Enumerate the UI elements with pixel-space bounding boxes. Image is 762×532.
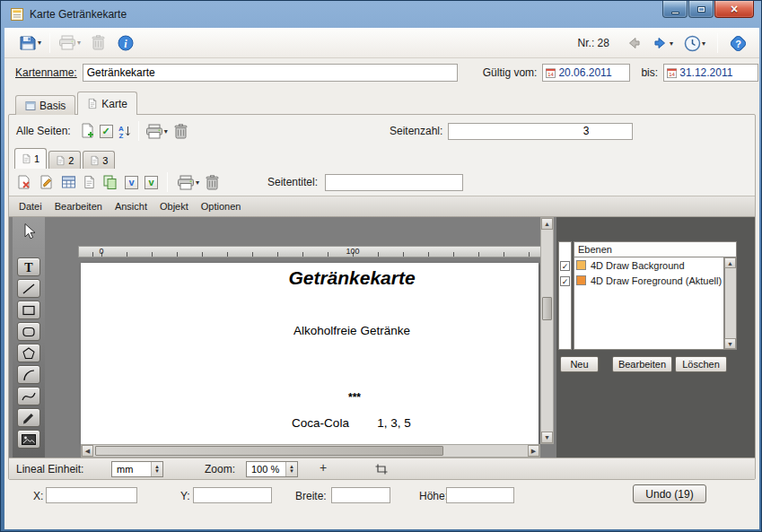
v-page-button-2[interactable]: v — [143, 175, 160, 190]
page-tab-1[interactable]: 1 — [14, 148, 47, 169]
layers-scrollbar[interactable]: ▲ ▼ — [724, 257, 737, 350]
all-pages-toolbar: Alle Seiten: ✓ A Z — [9, 117, 755, 145]
valid-until-input[interactable] — [679, 66, 755, 79]
vertical-scroll-thumb[interactable] — [542, 297, 552, 320]
duplicate-page-button[interactable] — [101, 174, 120, 191]
width-input[interactable] — [331, 487, 390, 503]
arc-tool[interactable] — [17, 365, 40, 384]
menu-ansicht[interactable]: Ansicht — [109, 198, 153, 214]
card-title-text[interactable]: Getränkekarte — [288, 267, 415, 289]
remove-page-button[interactable] — [14, 174, 34, 191]
rounded-rectangle-tool[interactable] — [17, 322, 40, 341]
print-button[interactable]: ▾ — [55, 33, 84, 52]
canvas-vertical-scrollbar[interactable]: ▲ ▼ — [540, 217, 554, 444]
line-tool[interactable] — [17, 279, 40, 298]
window-title: Karte Getränkekarte — [30, 8, 127, 21]
info-button[interactable]: i — [114, 33, 137, 53]
close-button[interactable]: × — [714, 1, 754, 18]
calendar-icon[interactable]: 14 — [667, 67, 677, 79]
menu-bearbeiten[interactable]: Bearbeiten — [48, 198, 109, 214]
record-number-label: Nr.: 28 — [578, 37, 609, 49]
tab-karte[interactable]: Karte — [77, 92, 137, 115]
new-page-button[interactable] — [81, 174, 98, 190]
delete-pages-button[interactable] — [172, 123, 189, 140]
scroll-up-icon[interactable]: ▲ — [724, 257, 736, 268]
menu-optionen[interactable]: Optionen — [195, 198, 248, 214]
card-separator-text[interactable]: *** — [348, 391, 361, 404]
page-title-input[interactable] — [325, 174, 463, 191]
crop-icon[interactable] — [375, 464, 388, 475]
canvas-horizontal-scrollbar[interactable]: ◀ ▶ — [81, 444, 540, 458]
card-name-label: Kartenname: — [15, 66, 77, 79]
v-page-button-1[interactable]: v — [123, 175, 140, 190]
calendar-icon[interactable]: 14 — [546, 67, 556, 79]
text-tool[interactable]: T — [17, 257, 40, 276]
delete-layer-button[interactable]: Löschen — [675, 356, 727, 372]
ruler-unit-select[interactable]: mm ▲ ▼ — [111, 461, 163, 477]
trash-icon — [174, 124, 188, 139]
tab-basis[interactable]: Basis — [15, 95, 75, 115]
ruler-label-100: 100 — [346, 247, 359, 256]
image-tool[interactable] — [17, 430, 40, 449]
curve-tool[interactable] — [17, 387, 40, 406]
text-tool-icon: T — [21, 260, 37, 275]
height-input[interactable] — [446, 487, 514, 503]
layer-2-checkbox[interactable]: ✓ — [560, 276, 570, 286]
page-tab-3[interactable]: 3 — [83, 151, 115, 169]
sort-pages-button[interactable]: A Z — [115, 123, 134, 140]
polygon-tool[interactable] — [17, 344, 40, 362]
scroll-right-icon[interactable]: ▶ — [528, 445, 539, 457]
pen-tool[interactable] — [17, 408, 40, 427]
save-button[interactable]: ▾ — [15, 32, 45, 54]
menu-datei[interactable]: Datei — [13, 198, 48, 214]
y-input[interactable] — [193, 487, 272, 503]
horizontal-scroll-thumb[interactable] — [95, 446, 443, 456]
menu-card-page[interactable]: Getränkekarte Alkoholfreie Getränke *** … — [81, 263, 539, 444]
page-tab-2-label: 2 — [68, 155, 74, 166]
pointer-tool[interactable] — [17, 222, 40, 241]
layer-row-background[interactable]: 4D Draw Background — [574, 257, 723, 273]
zoom-plus-button[interactable]: + — [320, 460, 327, 475]
undo-button[interactable]: Undo (19) — [633, 484, 706, 503]
scroll-left-icon[interactable]: ◀ — [82, 445, 93, 457]
ruler-unit-label: Lineal Einheit: — [16, 463, 83, 475]
history-button[interactable]: ▾ — [680, 33, 709, 54]
scroll-down-icon[interactable]: ▼ — [541, 432, 553, 443]
next-record-button[interactable]: ▾ — [649, 33, 677, 53]
print-page-button[interactable]: ▾ — [175, 174, 201, 191]
minimize-button[interactable] — [662, 1, 688, 18]
layer-1-checkbox[interactable]: ✓ — [560, 261, 570, 271]
delete-card-button[interactable] — [88, 33, 109, 52]
svg-text:?: ? — [735, 38, 741, 48]
arc-tool-icon — [21, 368, 37, 382]
print-pages-button[interactable]: ▾ — [144, 123, 170, 140]
previous-record-button[interactable] — [622, 33, 645, 53]
layer-row-foreground[interactable]: 4D Draw Foreground (Aktuell) — [574, 273, 723, 288]
scroll-up-icon[interactable]: ▲ — [541, 218, 553, 230]
card-item-numbers-text[interactable]: 1, 3, 5 — [377, 416, 411, 430]
page-count-input[interactable] — [448, 123, 633, 140]
page-grid-button[interactable] — [59, 174, 78, 190]
titlebar[interactable]: Karte Getränkekarte × — [4, 1, 758, 28]
zoom-select[interactable]: 100 % ▲ ▼ — [246, 461, 298, 477]
delete-page-button[interactable] — [204, 174, 221, 191]
help-button[interactable]: ? — [726, 33, 750, 54]
menu-objekt[interactable]: Objekt — [153, 198, 195, 214]
dropdown-arrow-icon: ▾ — [164, 127, 168, 135]
x-input[interactable] — [46, 487, 137, 503]
page-canvas[interactable]: 0 100 Getränkekarte Alkoholfreie Getränk… — [45, 217, 555, 458]
edit-page-button[interactable] — [37, 174, 57, 191]
maximize-button[interactable] — [688, 1, 714, 18]
page-tab-2[interactable]: 2 — [48, 151, 81, 169]
valid-from-input[interactable] — [558, 66, 626, 79]
card-section-text[interactable]: Alkoholfreie Getränke — [293, 324, 410, 337]
rectangle-tool[interactable] — [17, 301, 40, 319]
printer-icon — [177, 175, 195, 190]
add-page-button[interactable] — [78, 122, 98, 140]
card-name-input[interactable] — [83, 64, 458, 82]
new-layer-button[interactable]: Neu — [560, 356, 599, 372]
scroll-down-icon[interactable]: ▼ — [724, 338, 736, 349]
validate-pages-button[interactable]: ✓ — [98, 124, 115, 139]
card-item-name-text[interactable]: Coca-Cola — [292, 416, 349, 430]
edit-layer-button[interactable]: Bearbeiten — [612, 356, 672, 372]
